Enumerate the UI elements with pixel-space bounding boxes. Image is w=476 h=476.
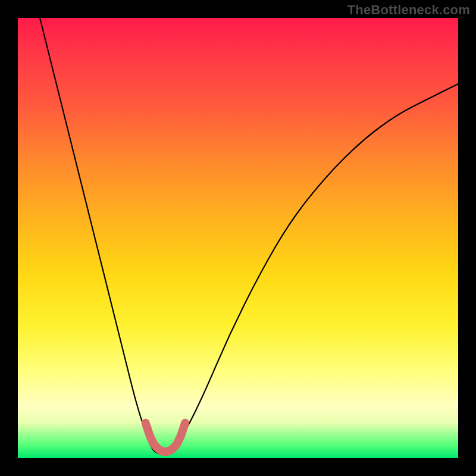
chart-frame: TheBottleneck.com xyxy=(0,0,476,476)
attribution-label: TheBottleneck.com xyxy=(347,2,470,18)
bottleneck-curve xyxy=(40,18,458,454)
plot-area xyxy=(18,18,458,458)
curve-layer xyxy=(18,18,458,458)
marker-band xyxy=(146,423,186,452)
